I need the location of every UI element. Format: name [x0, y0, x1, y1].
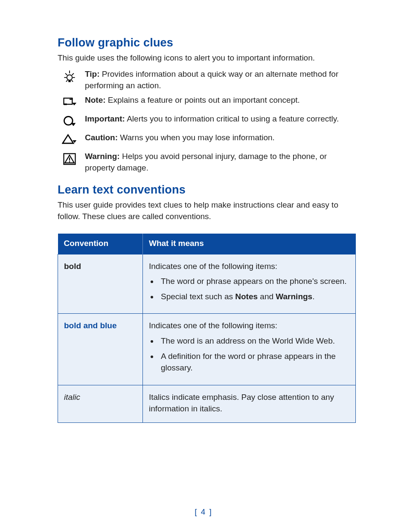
icon-text-tip: Tip: Provides information about a quick … [81, 68, 356, 92]
convention-name-bold-blue: bold and blue [58, 314, 143, 385]
svg-rect-8 [68, 80, 70, 82]
svg-marker-10 [72, 103, 76, 105]
table-row: bold Indicates one of the following item… [58, 254, 356, 314]
section-heading-text-conventions: Learn text conventions [58, 183, 356, 197]
conventions-table: Convention What it means bold Indicates … [58, 234, 356, 423]
svg-point-0 [67, 75, 73, 80]
svg-line-5 [72, 73, 74, 75]
table-header-meaning: What it means [143, 234, 356, 254]
convention-name-italic: italic [58, 385, 143, 422]
icon-list: Tip: Provides information about a quick … [58, 68, 356, 174]
svg-line-7 [72, 80, 73, 82]
svg-marker-13 [71, 123, 76, 126]
note-icon [58, 94, 81, 110]
icon-row-caution: Caution: Warns you when you may lose inf… [58, 132, 356, 148]
tip-icon [58, 68, 81, 84]
icon-text-warning: Warning: Helps you avoid personal injury… [81, 150, 356, 174]
convention-meaning-bold-blue: Indicates one of the following items: Th… [143, 314, 356, 385]
convention-meaning-bold: Indicates one of the following items: Th… [143, 254, 356, 314]
list-item: Special text such as Notes and Warnings. [158, 291, 349, 303]
warning-icon [58, 150, 81, 167]
convention-name-bold: bold [58, 254, 143, 314]
page-content: Follow graphic clues This guide uses the… [0, 0, 407, 423]
svg-marker-14 [63, 135, 73, 143]
list-item: The word or phrase appears on the phone'… [158, 275, 349, 287]
svg-line-6 [66, 80, 68, 82]
list-item: The word is an address on the World Wide… [158, 335, 349, 347]
svg-point-12 [64, 116, 73, 125]
section-heading-graphic-clues: Follow graphic clues [58, 36, 356, 49]
list-item: A definition for the word or phrase appe… [158, 350, 349, 374]
convention-meaning-italic: Italics indicate emphasis. Pay close att… [143, 385, 356, 422]
section-intro-graphic-clues: This guide uses the following icons to a… [58, 52, 356, 64]
icon-text-note: Note: Explains a feature or points out a… [81, 94, 300, 106]
table-header-convention: Convention [58, 234, 143, 254]
icon-row-note: Note: Explains a feature or points out a… [58, 94, 356, 110]
table-row: italic Italics indicate emphasis. Pay cl… [58, 385, 356, 422]
icon-row-important: Important: Alerts you to information cri… [58, 113, 356, 129]
page-number: [ 4 ] [0, 507, 407, 517]
table-row: bold and blue Indicates one of the follo… [58, 314, 356, 385]
svg-line-4 [65, 73, 67, 75]
icon-row-warning: Warning: Helps you avoid personal injury… [58, 150, 356, 174]
icon-row-tip: Tip: Provides information about a quick … [58, 68, 356, 92]
icon-text-caution: Caution: Warns you when you may lose inf… [81, 132, 275, 144]
icon-text-important: Important: Alerts you to information cri… [81, 113, 339, 125]
svg-point-19 [69, 161, 70, 162]
section-intro-text-conventions: This user guide provides text clues to h… [58, 199, 356, 223]
important-icon [58, 113, 81, 129]
caution-icon [58, 132, 81, 148]
